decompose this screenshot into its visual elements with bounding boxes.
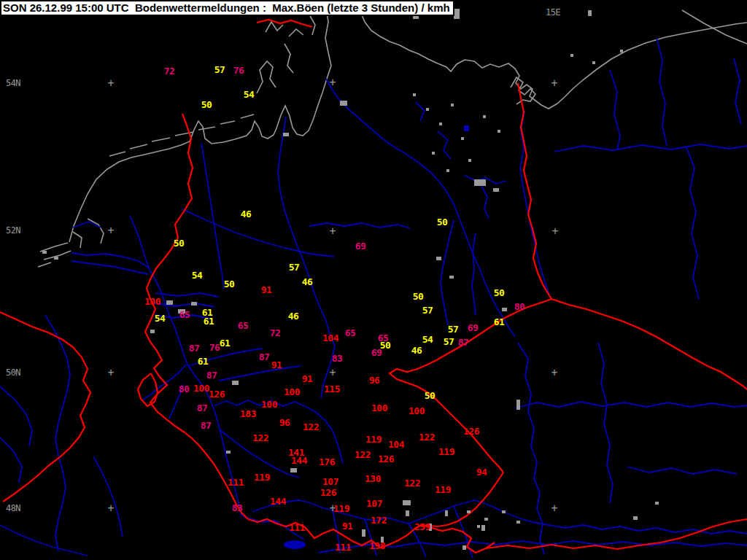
station-gust-value: 96: [279, 417, 290, 428]
grid-cross-icon: +: [107, 366, 114, 379]
station-gust-value: 83: [332, 353, 343, 364]
station-gust-value: 126: [320, 487, 336, 498]
grid-cross-icon: +: [551, 77, 557, 90]
grid-cross-icon: +: [329, 366, 336, 379]
station-gust-value: 76: [209, 342, 220, 353]
station-gust-value: 100: [371, 402, 387, 413]
station-gust-value: 100: [261, 399, 277, 410]
grid-cross-icon: +: [551, 502, 557, 515]
station-gust-value: 91: [261, 284, 272, 295]
grid-cross-icon: +: [551, 225, 558, 238]
station-gust-value: 119: [438, 446, 454, 457]
station-gust-value: 57: [422, 305, 433, 316]
station-gust-value: 50: [437, 217, 448, 228]
station-gust-value: 91: [342, 521, 353, 532]
station-gust-value: 80: [514, 301, 525, 312]
station-gust-value: 57: [289, 262, 300, 273]
station-gust-value: 65: [179, 309, 190, 320]
station-gust-value: 87: [259, 351, 270, 362]
weather-map-screen: ++++++++++++5E10E15E54N52N50N48N 7257765…: [0, 0, 747, 560]
station-gust-value: 122: [419, 432, 435, 443]
grid-cross-icon: +: [329, 225, 336, 238]
station-gust-value: 87: [458, 337, 469, 348]
station-gust-value: 50: [224, 279, 235, 289]
station-gust-value: 119: [365, 434, 382, 445]
grid-label: 50N: [6, 368, 20, 378]
city-patch-layer: [42, 4, 659, 550]
station-gust-value: 87: [189, 343, 200, 354]
station-gust-value: 130: [365, 473, 381, 484]
station-gust-value: 119: [254, 472, 270, 483]
station-gust-value: 122: [303, 421, 319, 432]
station-gust-value: 65: [238, 320, 249, 331]
station-gust-value: 104: [388, 439, 404, 450]
station-gust-value: 183: [240, 408, 256, 419]
station-gust-value: 119: [333, 503, 349, 514]
station-gust-value: 80: [179, 384, 190, 394]
grid-cross-icon: +: [551, 366, 557, 379]
station-gust-value: 91: [302, 373, 313, 384]
station-gust-value: 122: [355, 449, 371, 460]
station-gust-value: 46: [241, 209, 252, 219]
station-gust-value: 54: [422, 334, 433, 345]
station-gust-value: 69: [355, 241, 366, 252]
station-gust-value: 72: [164, 66, 175, 77]
station-gust-value: 91: [271, 359, 282, 370]
station-gust-value: 111: [335, 542, 351, 553]
station-gust-value: 61: [204, 316, 214, 327]
station-gust-value: 126: [378, 454, 394, 464]
station-gust-value: 50: [174, 238, 185, 249]
map-title-bar: SON 26.12.99 15:00 UTC Bodenwettermeldun…: [0, 0, 454, 16]
station-gust-value: 61: [220, 338, 231, 349]
station-gust-value: 100: [193, 383, 209, 394]
station-gust-value: 50: [413, 291, 424, 302]
station-gust-value: 176: [319, 456, 335, 467]
station-gust-value: 96: [369, 375, 380, 386]
station-gust-value: 100: [284, 386, 300, 397]
station-gust-value: 87: [197, 402, 208, 413]
station-gust-value: 46: [288, 311, 299, 322]
station-gust-value: 69: [468, 322, 479, 333]
grid-cross-icon: +: [107, 502, 114, 515]
station-gust-value: 126: [463, 426, 479, 437]
station-gust-value: 50: [494, 287, 505, 298]
station-gust-value: 172: [371, 515, 387, 526]
station-gust-value: 61: [198, 356, 209, 367]
station-gust-value: 144: [270, 496, 286, 507]
station-gust-value: 119: [435, 484, 451, 495]
station-gust-value: 107: [322, 476, 338, 487]
grid-label: 48N: [6, 503, 20, 513]
station-gust-value: 69: [371, 347, 382, 358]
station-gust-value: 57: [214, 64, 225, 75]
station-gust-value: 46: [411, 345, 422, 356]
station-gust-value: 107: [366, 498, 382, 509]
station-gust-value: 115: [324, 384, 340, 394]
grid-label: 52N: [6, 225, 20, 236]
coastline-layer: [38, 0, 747, 267]
station-gust-value: 198: [369, 540, 385, 551]
station-gust-value: 83: [232, 502, 243, 513]
station-gust-value: 54: [244, 89, 255, 100]
grid-label: 15E: [546, 7, 560, 18]
station-gust-value: 72: [270, 327, 281, 338]
station-gust-value: 111: [289, 522, 305, 533]
station-gust-value: 104: [322, 332, 338, 343]
station-gust-value: 144: [291, 455, 307, 466]
station-gust-value: 87: [206, 370, 217, 381]
station-gust-value: 122: [404, 478, 420, 489]
station-gust-value: 111: [228, 477, 244, 488]
station-gust-value: 94: [476, 467, 487, 478]
station-gust-value: 54: [192, 270, 203, 281]
station-gust-value: 100: [144, 296, 160, 307]
station-gust-value: 46: [302, 276, 313, 287]
station-gust-value: 122: [252, 432, 268, 443]
station-gust-value: 61: [494, 316, 505, 327]
station-gust-value: 87: [201, 420, 212, 431]
grid-cross-icon: +: [107, 77, 114, 90]
station-gust-value: 76: [233, 65, 244, 76]
station-gust-value: 100: [409, 405, 425, 416]
station-gust-value: 50: [425, 390, 436, 401]
grid-label: 54N: [6, 78, 20, 88]
station-gust-value: 57: [444, 336, 454, 347]
station-gust-value: 57: [448, 324, 459, 335]
